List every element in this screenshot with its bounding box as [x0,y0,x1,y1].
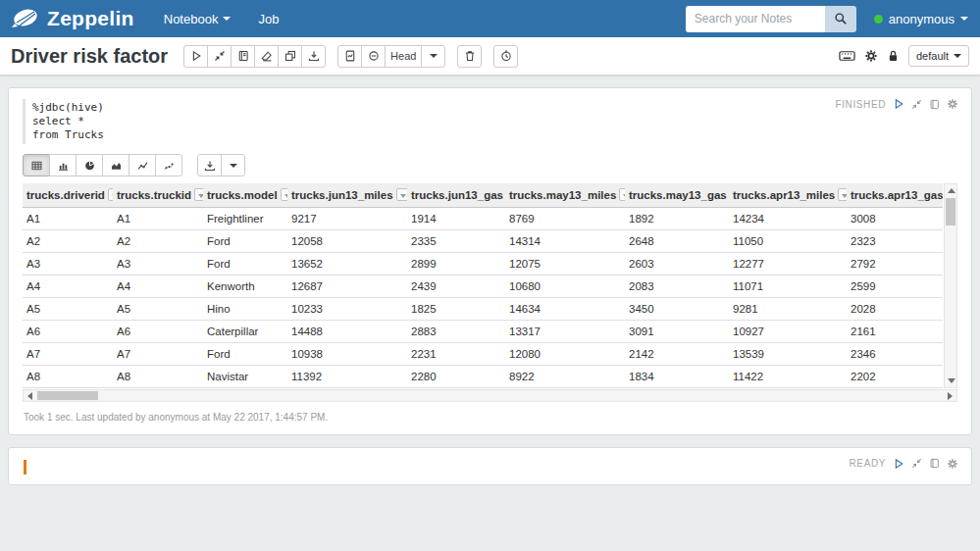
paragraph-settings-button[interactable] [947,98,958,110]
column-filter-button[interactable] [619,188,625,201]
horizontal-scroll-thumb[interactable] [37,391,98,400]
column-filter-button[interactable] [194,188,203,201]
interpreter-binding-button[interactable] [864,49,878,63]
menu-job[interactable]: Job [258,12,279,26]
table-cell: 2599 [847,275,943,297]
revision-caret-button[interactable] [421,45,445,68]
remove-note-button[interactable] [457,45,482,68]
toggle-editor-button[interactable] [911,99,922,110]
download-data-button[interactable] [197,154,222,176]
set-revision-icon [368,50,380,62]
table-icon [30,160,43,172]
column-header-label: trucks.may13_gas [629,189,727,201]
code-editor[interactable]: %jdbc(hive) select * from Trucks [23,99,957,144]
table-cell: Hino [203,297,287,320]
chevron-down-icon [223,17,231,21]
table-cell: 2202 [847,365,943,387]
download-caret-button[interactable] [221,154,245,176]
scheduler-button[interactable] [493,45,518,68]
column-header[interactable]: trucks.may13_miles [505,183,625,207]
table-cell: A3 [23,252,113,275]
paragraph-settings-button[interactable] [947,458,958,470]
user-menu[interactable]: anonymous [874,12,968,26]
table-cell: 3008 [847,207,943,229]
search-input[interactable] [686,6,825,32]
play-icon [190,50,202,62]
table-cell: 11050 [729,229,847,252]
play-icon [893,98,904,110]
table-cell: A6 [23,320,113,342]
scroll-down-arrow[interactable] [948,378,955,383]
table-cell: 12277 [729,252,847,275]
bar-chart-button[interactable] [49,154,77,176]
shortcut-button[interactable] [839,49,855,63]
paragraph-status-row: READY [850,458,958,470]
table-cell: Kenworth [203,275,287,297]
column-header[interactable]: trucks.may13_gas [625,183,729,207]
scatter-chart-button[interactable] [155,154,182,176]
user-status-dot-icon [874,15,883,24]
column-filter-button[interactable] [108,188,113,201]
eraser-icon [261,50,273,62]
permissions-button[interactable] [887,49,900,63]
export-note-button[interactable] [301,45,326,68]
column-header[interactable]: trucks.driverid [23,183,113,207]
toggle-code-button[interactable] [207,45,232,68]
menu-notebook[interactable]: Notebook [164,12,232,26]
column-filter-button[interactable] [838,188,847,201]
chevron-down-icon [954,54,961,58]
table-cell: A7 [23,342,113,365]
menu-notebook-label: Notebook [164,12,219,26]
table-cell: 14488 [287,320,407,342]
run-paragraph-button[interactable] [893,458,904,470]
interpreter-mode-label: default [916,50,949,62]
column-header[interactable]: trucks.jun13_gas [407,183,505,207]
vertical-scroll-thumb[interactable] [946,198,955,225]
brand-name[interactable]: Zeppelin [47,7,134,30]
toggle-output-button[interactable] [929,99,940,110]
run-paragraph-button[interactable] [893,98,904,110]
revision-dropdown[interactable]: Head [385,45,422,68]
line-chart-icon [136,160,149,172]
clear-output-button[interactable] [254,45,279,68]
toggle-output-button[interactable] [929,458,940,469]
page-title[interactable]: Driver risk factor [11,45,168,68]
clone-note-button[interactable] [278,45,302,68]
keyboard-icon [839,49,855,63]
scroll-up-arrow[interactable] [948,188,955,193]
column-header[interactable]: trucks.truckid [113,183,203,207]
toggle-editor-button[interactable] [911,458,922,469]
table-cell: 2346 [847,342,943,365]
area-chart-button[interactable] [102,154,129,176]
column-filter-button[interactable] [396,188,407,201]
zeppelin-logo-icon[interactable] [12,7,41,30]
column-header[interactable]: trucks.model [203,183,287,207]
column-header[interactable]: trucks.apr13_gas [847,183,943,207]
pie-chart-button[interactable] [76,154,103,176]
column-header[interactable]: trucks.apr13_miles [729,183,847,207]
interpreter-mode-dropdown[interactable]: default [908,45,969,67]
toggle-output-button[interactable] [231,45,255,68]
paragraph-empty[interactable]: READY [8,447,972,485]
scroll-right-arrow[interactable] [948,392,953,400]
column-header[interactable]: trucks.jun13_miles [287,183,407,207]
table-cell: 2142 [625,342,729,365]
column-header-label: trucks.jun13_gas [411,189,503,201]
table-cell: 10680 [505,275,625,297]
search-button[interactable] [825,6,856,32]
set-revision-button[interactable] [361,45,386,68]
table-cell: 10927 [729,320,847,342]
run-all-button[interactable] [183,45,208,68]
table-cell: 10233 [287,297,407,320]
table-cell: 11422 [729,365,847,387]
line-chart-button[interactable] [129,154,156,176]
horizontal-scrollbar[interactable] [23,389,957,402]
commit-button[interactable] [337,45,362,68]
column-header-label: trucks.truckid [117,189,191,201]
table-view-button[interactable] [23,154,50,176]
table-cell: Ford [203,342,287,365]
scroll-left-arrow[interactable] [27,392,32,400]
vertical-scrollbar[interactable] [944,183,957,388]
column-filter-button[interactable] [281,188,287,201]
table-cell: A1 [23,207,113,229]
